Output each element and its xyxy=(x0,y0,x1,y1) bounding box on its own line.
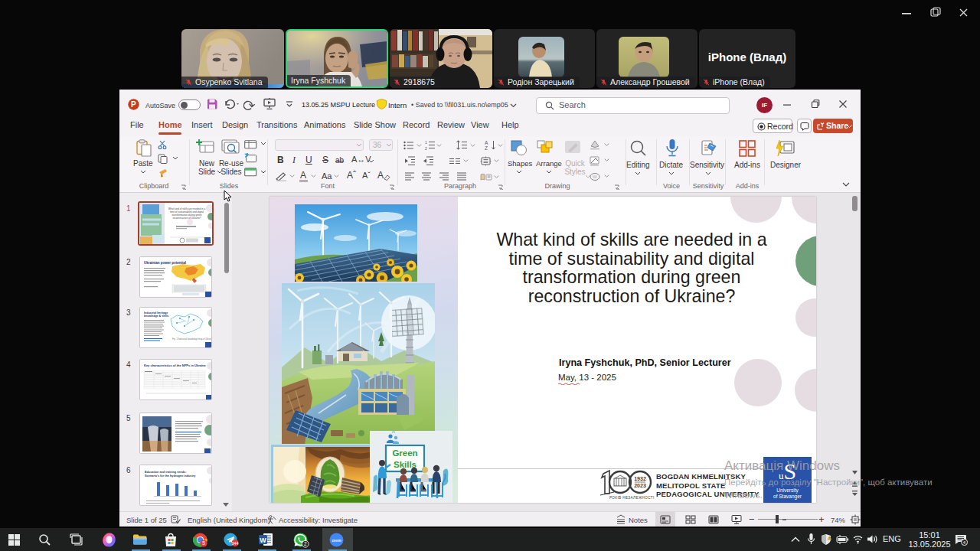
svg-text:zoom: zoom xyxy=(332,539,341,543)
svg-text:Education and training needs:: Education and training needs: xyxy=(145,471,186,474)
svg-text:Scenario's for the hydrogen in: Scenario's for the hydrogen industry xyxy=(145,474,196,478)
svg-text:P: P xyxy=(131,100,136,109)
svg-text:1932: 1932 xyxy=(634,476,646,481)
svg-text:РОКІВ НЕЗАЛЕЖНОСТІ: РОКІВ НЕЗАЛЕЖНОСТІ xyxy=(609,496,655,500)
svg-text:2: 2 xyxy=(304,541,307,546)
svg-text:Key characteristics of the NPP: Key characteristics of the NPPs in Ukrai… xyxy=(144,364,206,367)
svg-text:reconstruction of Ukraine?: reconstruction of Ukraine? xyxy=(172,217,201,220)
svg-text:Green: Green xyxy=(392,448,417,458)
svg-text:Z: Z xyxy=(485,145,488,150)
svg-text:knowledge & skills: knowledge & skills xyxy=(144,315,168,318)
svg-text:344: 344 xyxy=(232,541,239,546)
svg-text:2023: 2023 xyxy=(634,483,646,488)
svg-text:Fig. 1 Industrial knowledge ma: Fig. 1 Industrial knowledge map of Ukrai… xyxy=(172,337,212,341)
svg-text:1: 1 xyxy=(425,140,427,145)
svg-text:4: 4 xyxy=(963,540,966,545)
svg-text:!: ! xyxy=(829,537,830,540)
svg-text:Ukrainian power potential: Ukrainian power potential xyxy=(144,261,186,265)
svg-text:2: 2 xyxy=(425,146,427,151)
svg-text:Skills: Skills xyxy=(394,460,416,469)
svg-text:A: A xyxy=(485,140,488,145)
svg-text:W: W xyxy=(260,536,266,544)
svg-text:5: 5 xyxy=(202,540,205,546)
